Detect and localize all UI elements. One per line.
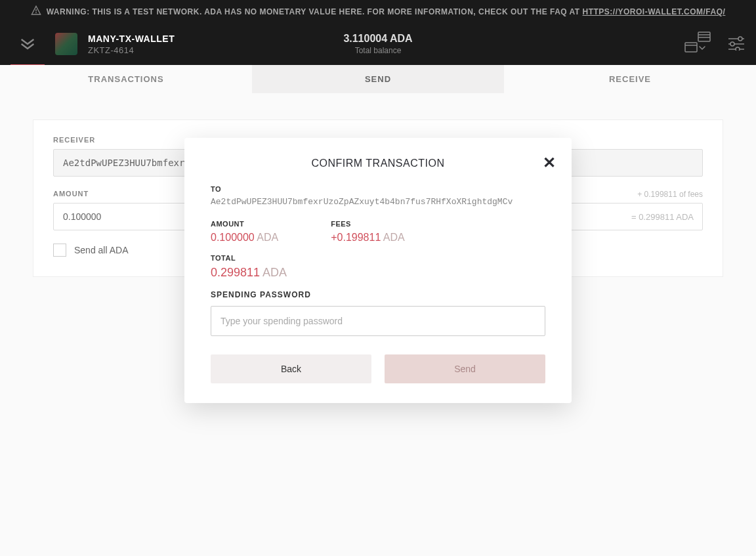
total-block: TOTAL 0.299811 ADA	[211, 254, 545, 280]
wallets-icon[interactable]	[684, 31, 711, 57]
app-logo[interactable]	[10, 24, 45, 66]
wallet-id: ZKTZ-4614	[88, 45, 175, 55]
close-icon[interactable]: ✕	[543, 154, 556, 172]
spending-password-label: SPENDING PASSWORD	[211, 290, 545, 299]
balance-label: Total balance	[343, 46, 412, 55]
wallet-name: MANY-TX-WALLET	[88, 33, 175, 44]
test-network-warning: WARNING: THIS IS A TEST NETWORK. ADA HAS…	[0, 0, 756, 23]
tab-receive[interactable]: RECEIVE	[504, 65, 756, 93]
warning-icon	[31, 5, 41, 18]
wallet-info: MANY-TX-WALLET ZKTZ-4614	[88, 33, 175, 55]
svg-point-9	[736, 47, 740, 51]
wallet-avatar	[55, 33, 77, 55]
fees-note: + 0.199811 of fees	[637, 190, 703, 199]
modal-total-unit: ADA	[262, 266, 287, 279]
fees-block: FEES +0.199811 ADA	[331, 220, 405, 244]
modal-total-value: 0.299811	[211, 266, 260, 279]
settings-icon[interactable]	[727, 35, 746, 53]
spending-password-input[interactable]	[211, 306, 545, 336]
send-all-label: Send all ADA	[74, 245, 129, 255]
modal-title: CONFIRM TRANSACTION	[204, 158, 552, 169]
svg-point-1	[35, 12, 36, 13]
app-header: MANY-TX-WALLET ZKTZ-4614 3.110004 ADA To…	[0, 23, 756, 65]
to-address: Ae2tdPwUPEZ3HUU7bmfexrUzoZpAZxuyt4b4bn7f…	[211, 197, 545, 207]
back-button[interactable]: Back	[211, 354, 371, 383]
balance-amount: 3.110004 ADA	[343, 33, 412, 45]
wallet-tabs: TRANSACTIONS SEND RECEIVE	[0, 65, 756, 93]
modal-amount-label: AMOUNT	[211, 220, 278, 228]
svg-rect-3	[685, 43, 697, 52]
tab-transactions[interactable]: TRANSACTIONS	[0, 65, 252, 93]
svg-point-5	[738, 37, 742, 41]
amount-equals: = 0.299811 ADA	[631, 212, 694, 222]
warning-message: WARNING: THIS IS A TEST NETWORK. ADA HAS…	[47, 7, 583, 16]
modal-total-label: TOTAL	[211, 254, 545, 262]
faq-link[interactable]: HTTPS://YOROI-WALLET.COM/FAQ/	[583, 7, 726, 16]
send-all-checkbox[interactable]	[53, 244, 66, 257]
amount-block: AMOUNT 0.100000 ADA	[211, 220, 278, 244]
tab-send[interactable]: SEND	[252, 65, 504, 93]
modal-fees-label: FEES	[331, 220, 405, 228]
modal-amount-value: 0.100000	[211, 232, 255, 243]
balance-display: 3.110004 ADA Total balance	[343, 33, 412, 55]
modal-fees-value: +0.199811	[331, 232, 381, 243]
svg-point-7	[730, 42, 734, 46]
modal-fees-unit: ADA	[383, 232, 405, 243]
warning-text: WARNING: THIS IS A TEST NETWORK. ADA HAS…	[47, 7, 726, 16]
svg-rect-2	[698, 32, 710, 41]
confirm-transaction-modal: CONFIRM TRANSACTION ✕ TO Ae2tdPwUPEZ3HUU…	[184, 138, 572, 403]
to-label: TO	[211, 185, 545, 193]
send-button[interactable]: Send	[385, 354, 545, 383]
modal-amount-unit: ADA	[257, 232, 278, 243]
